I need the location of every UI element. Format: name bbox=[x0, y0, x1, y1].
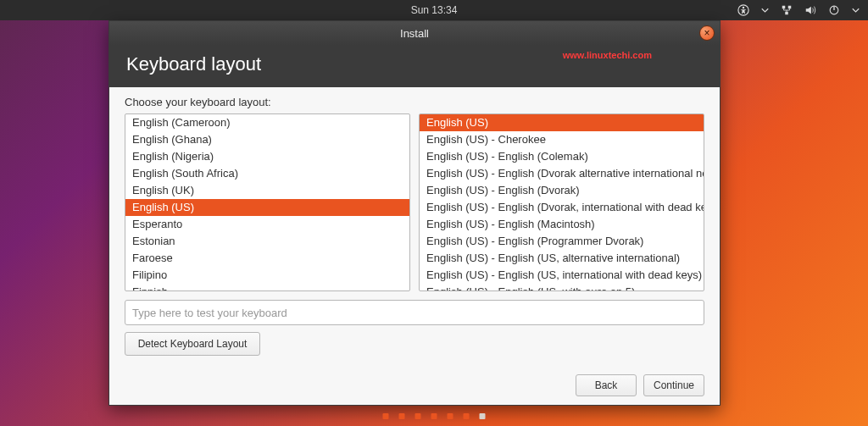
list-item[interactable]: English (US) - English (US, with euro on… bbox=[420, 284, 704, 290]
prompt-label: Choose your keyboard layout: bbox=[125, 96, 704, 108]
list-item[interactable]: English (US) - English (US, internationa… bbox=[420, 267, 704, 284]
svg-rect-3 bbox=[788, 6, 792, 9]
continue-button[interactable]: Continue bbox=[643, 374, 704, 396]
clock: Sun 13:34 bbox=[411, 4, 458, 16]
accessibility-icon[interactable] bbox=[737, 4, 749, 16]
detect-keyboard-button[interactable]: Detect Keyboard Layout bbox=[125, 332, 260, 356]
page-dot bbox=[415, 413, 421, 419]
list-item[interactable]: English (US) - English (Programmer Dvora… bbox=[420, 233, 704, 250]
network-icon[interactable] bbox=[781, 4, 793, 16]
chevron-down-icon[interactable] bbox=[761, 7, 769, 14]
page-dot bbox=[431, 413, 437, 419]
variant-listbox[interactable]: English (US)English (US) - CherokeeEngli… bbox=[419, 113, 704, 291]
language-listbox[interactable]: English (Cameroon)English (Ghana)English… bbox=[125, 113, 410, 291]
back-button[interactable]: Back bbox=[576, 374, 637, 396]
list-item[interactable]: English (Nigeria) bbox=[125, 148, 409, 165]
list-item[interactable]: Estonian bbox=[125, 233, 409, 250]
page-dot bbox=[399, 413, 405, 419]
list-item[interactable]: English (Ghana) bbox=[125, 131, 409, 148]
volume-icon[interactable] bbox=[804, 4, 816, 16]
installer-window: Install Keyboard layout www.linuxtechi.c… bbox=[108, 20, 721, 406]
page-header: Keyboard layout www.linuxtechi.com bbox=[109, 45, 720, 87]
content-area: Choose your keyboard layout: English (Ca… bbox=[109, 87, 720, 369]
keyboard-test-input[interactable] bbox=[125, 300, 704, 325]
list-item[interactable]: English (Cameroon) bbox=[125, 114, 409, 131]
system-indicators[interactable] bbox=[737, 4, 860, 16]
page-dot bbox=[480, 413, 486, 419]
nav-buttons: Back Continue bbox=[109, 369, 720, 405]
list-item[interactable]: English (South Africa) bbox=[125, 165, 409, 182]
list-item[interactable]: English (US) - English (Dvorak alternati… bbox=[420, 165, 704, 182]
list-item[interactable]: English (US) bbox=[125, 199, 409, 216]
list-item[interactable]: English (US) - English (Macintosh) bbox=[420, 216, 704, 233]
page-indicator bbox=[383, 413, 486, 419]
window-title: Install bbox=[400, 27, 429, 40]
list-item[interactable]: English (UK) bbox=[125, 182, 409, 199]
page-dot bbox=[383, 413, 389, 419]
power-icon[interactable] bbox=[828, 4, 840, 16]
list-item[interactable]: Finnish bbox=[125, 284, 409, 290]
close-button[interactable] bbox=[699, 25, 715, 41]
list-item[interactable]: English (US) - English (Dvorak) bbox=[420, 182, 704, 199]
list-item[interactable]: English (US) bbox=[420, 114, 704, 131]
list-item[interactable]: English (US) - English (US, alternative … bbox=[420, 250, 704, 267]
svg-rect-4 bbox=[785, 12, 788, 15]
watermark-text: www.linuxtechi.com bbox=[563, 50, 652, 60]
top-menu-bar: Sun 13:34 bbox=[0, 0, 868, 20]
list-item[interactable]: English (US) - English (Colemak) bbox=[420, 148, 704, 165]
list-item[interactable]: Esperanto bbox=[125, 216, 409, 233]
list-item[interactable]: English (US) - English (Dvorak, internat… bbox=[420, 199, 704, 216]
window-titlebar: Install bbox=[109, 21, 720, 45]
page-dot bbox=[464, 413, 470, 419]
svg-rect-2 bbox=[782, 6, 786, 9]
list-item[interactable]: English (US) - Cherokee bbox=[420, 131, 704, 148]
svg-point-1 bbox=[743, 7, 744, 8]
list-item[interactable]: Faroese bbox=[125, 250, 409, 267]
page-dot bbox=[448, 413, 453, 419]
chevron-down-icon[interactable] bbox=[852, 7, 860, 14]
list-item[interactable]: Filipino bbox=[125, 267, 409, 284]
keyboard-lists: English (Cameroon)English (Ghana)English… bbox=[125, 113, 704, 291]
